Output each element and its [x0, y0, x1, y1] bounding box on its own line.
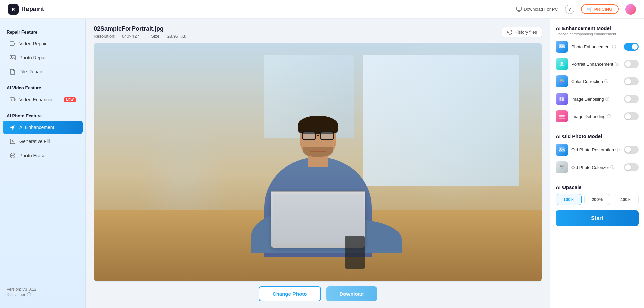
svg-point-12 [11, 126, 14, 129]
color-correction-info[interactable]: ⓘ [604, 79, 608, 84]
svg-rect-24 [560, 97, 561, 99]
model-item-image-denoising: Image Denoising ⓘ [556, 93, 639, 105]
ai-video-section-label: AI Video Feature [0, 83, 85, 93]
pricing-button[interactable]: 🛒 PRICING [581, 4, 619, 14]
svg-point-34 [562, 165, 564, 167]
main-layout: Repair Feature Video Repair Photo Repair… [0, 19, 644, 308]
svg-rect-27 [562, 99, 564, 101]
video-repair-icon [9, 40, 16, 47]
sidebar-item-video-enhancer[interactable]: Video Enhancer NEW [3, 93, 83, 106]
image-debanding-info[interactable]: ⓘ [607, 114, 611, 119]
new-badge: NEW [64, 97, 76, 102]
old-photo-restoration-label: Old Photo Restoration ⓘ [571, 147, 621, 153]
svg-rect-26 [560, 99, 561, 101]
upscale-200-button[interactable]: 200% [584, 194, 610, 205]
portrait-enhancement-info[interactable]: ⓘ [615, 61, 619, 67]
ai-old-photo-title: AI Old Photo Model [556, 133, 639, 139]
image-debanding-toggle[interactable] [624, 112, 639, 120]
model-item-image-debanding: Image Debanding ⓘ [556, 110, 639, 122]
start-button[interactable]: Start [556, 210, 639, 226]
change-photo-button[interactable]: Change Photo [259, 286, 321, 301]
old-photo-restoration-toggle[interactable] [624, 146, 639, 154]
generative-fill-icon [9, 138, 16, 145]
svg-point-19 [561, 62, 563, 64]
disclaimer-info-icon: ⓘ [27, 292, 31, 297]
sidebar-item-photo-eraser[interactable]: Photo Eraser [3, 149, 83, 162]
old-photo-colorizer-icon [556, 161, 568, 173]
svg-rect-29 [559, 116, 565, 117]
glasses-bridge [317, 135, 319, 136]
portrait-enhancement-label: Portrait Enhancement ⓘ [571, 61, 621, 67]
version-label: Version: V3.0.12 [7, 287, 78, 292]
svg-rect-25 [562, 97, 564, 99]
size-label: Size: 28.95 KB. [151, 34, 192, 39]
sidebar-item-generative-fill[interactable]: Generative Fill [3, 135, 83, 148]
resolution-label: Resolution: 640×427 [94, 34, 146, 39]
upscale-400-button[interactable]: 400% [613, 194, 639, 205]
old-photo-restoration-info[interactable]: ⓘ [615, 147, 620, 153]
sidebar-item-ai-enhancement[interactable]: AI Enhancement [3, 121, 83, 134]
svg-rect-9 [10, 98, 15, 101]
model-item-portrait-enhancement: Portrait Enhancement ⓘ [556, 58, 639, 70]
file-info-left: 02SampleForPortrait.jpg Resolution: 640×… [94, 25, 197, 39]
photo-enhancement-icon [556, 41, 568, 53]
upscale-section: AI Upscale 100% 200% 400% Start [556, 184, 639, 226]
file-info-bar: 02SampleForPortrait.jpg Resolution: 640×… [94, 25, 542, 39]
monitor-icon [516, 7, 522, 12]
upscale-100-button[interactable]: 100% [556, 194, 582, 205]
old-photo-restoration-icon [556, 144, 568, 156]
old-photo-colorizer-toggle[interactable] [624, 163, 639, 171]
photo-preview [94, 43, 542, 281]
portrait-enhancement-toggle[interactable] [624, 60, 639, 68]
download-button[interactable]: Download [326, 286, 377, 301]
glasses-left [302, 131, 316, 140]
sidebar-item-video-repair[interactable]: Video Repair [3, 37, 83, 50]
model-item-old-photo-restoration: Old Photo Restoration ⓘ [556, 144, 639, 156]
photo-eraser-icon [9, 152, 16, 159]
ai-upscale-title: AI Upscale [556, 184, 639, 190]
svg-point-35 [561, 167, 563, 169]
help-button[interactable]: ? [565, 5, 574, 14]
topbar: R Repairit Download For PC ? 🛒 PRICING [0, 0, 644, 19]
image-denoising-info[interactable]: ⓘ [605, 96, 609, 102]
image-denoising-label: Image Denoising ⓘ [571, 96, 621, 102]
photo-enhancement-toggle[interactable] [624, 43, 639, 51]
download-pc-button[interactable]: Download For PC [516, 7, 558, 12]
sidebar-footer: Version: V3.0.12 Disclaimer ⓘ [0, 283, 85, 301]
model-item-photo-enhancement: Photo Enhancement ⓘ [556, 41, 639, 53]
svg-rect-7 [10, 55, 15, 60]
person-head [300, 118, 336, 159]
old-photo-colorizer-label: Old Photo Colorizer ⓘ [571, 165, 621, 170]
svg-rect-2 [517, 7, 521, 10]
old-photo-colorizer-info[interactable]: ⓘ [610, 165, 614, 170]
user-avatar[interactable] [625, 4, 636, 15]
model-item-color-correction: Color Correction ⓘ [556, 75, 639, 87]
sidebar: Repair Feature Video Repair Photo Repair… [0, 19, 86, 308]
sidebar-item-photo-repair[interactable]: Photo Repair [3, 51, 83, 64]
color-correction-toggle[interactable] [624, 77, 639, 85]
video-enhancer-icon [9, 96, 16, 103]
image-denoising-toggle[interactable] [624, 95, 639, 103]
color-correction-icon [556, 75, 568, 87]
action-bar: Change Photo Download [94, 286, 542, 301]
svg-rect-30 [559, 118, 565, 119]
divider-1 [556, 128, 639, 128]
laptop-top [271, 191, 365, 192]
image-debanding-icon [556, 110, 568, 122]
model-item-old-photo-colorizer: Old Photo Colorizer ⓘ [556, 161, 639, 173]
ai-photo-section-label: AI Photo Feature [0, 111, 85, 120]
ai-enhancement-icon [9, 124, 16, 131]
photo-enhancement-label: Photo Enhancement ⓘ [571, 44, 621, 50]
svg-rect-5 [10, 42, 14, 46]
disclaimer-link[interactable]: Disclaimer ⓘ [7, 292, 78, 297]
person-glasses [302, 131, 334, 140]
sidebar-item-file-repair[interactable]: File Repair [3, 65, 83, 78]
file-name: 02SampleForPortrait.jpg [94, 25, 197, 33]
right-panel: AI Enhancement Model Choose correspondin… [550, 19, 644, 308]
upscale-options: 100% 200% 400% [556, 194, 639, 205]
photo-enhancement-info[interactable]: ⓘ [612, 44, 616, 50]
history-files-button[interactable]: History files [502, 27, 542, 37]
history-icon [507, 29, 513, 35]
topbar-right: Download For PC ? 🛒 PRICING [516, 4, 636, 15]
cart-icon: 🛒 [587, 7, 592, 12]
